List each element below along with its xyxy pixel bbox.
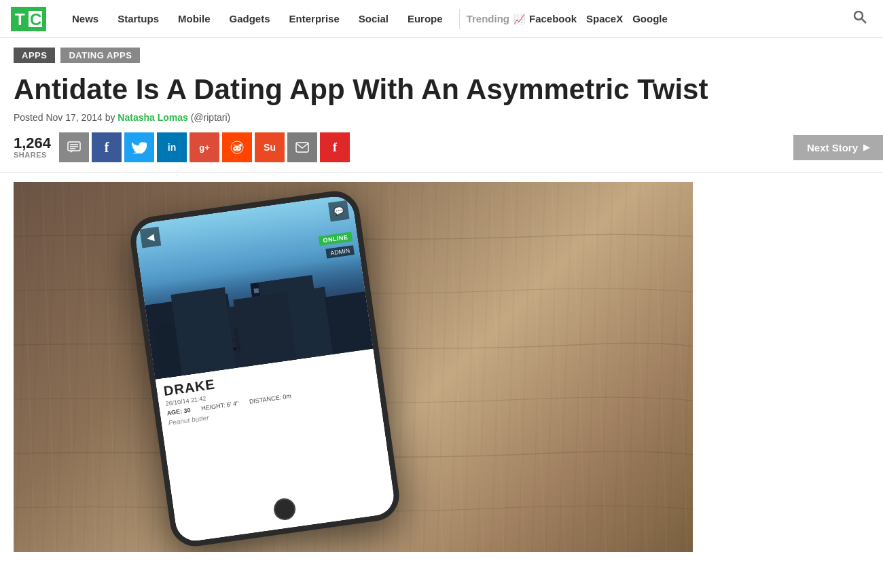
trending-facebook[interactable]: Facebook: [529, 13, 577, 24]
svg-rect-44: [217, 350, 220, 355]
phone-online-badge: ONLINE: [319, 232, 353, 246]
svg-point-14: [238, 148, 240, 149]
trending-label: Trending: [467, 13, 509, 24]
share-buttons: f in g+ Su: [59, 132, 350, 162]
nav-divider: [459, 9, 460, 29]
svg-rect-34: [267, 287, 272, 292]
phone-device: ◀ 💬 ONLINE ADMIN DRAKE 26/10/14 21:42 AG…: [128, 188, 403, 550]
phone-screen: ◀ 💬 ONLINE ADMIN DRAKE 26/10/14 21:42 AG…: [134, 194, 397, 543]
share-flipboard-button[interactable]: f: [320, 132, 350, 162]
article-meta: Posted Nov 17, 2014 by Natasha Lomas (@r…: [14, 112, 869, 123]
share-googleplus-button[interactable]: g+: [190, 132, 219, 162]
phone-scene: ◀ 💬 ONLINE ADMIN DRAKE 26/10/14 21:42 AG…: [14, 182, 693, 552]
search-button[interactable]: [848, 7, 872, 30]
svg-rect-40: [200, 345, 254, 355]
nav-startups[interactable]: Startups: [108, 13, 168, 24]
svg-point-13: [235, 148, 236, 149]
trending-spacex[interactable]: SpaceX: [586, 13, 623, 24]
site-logo[interactable]: T C: [11, 7, 46, 31]
breadcrumbs: Apps dating apps: [0, 38, 883, 69]
next-story-button[interactable]: Next Story: [793, 135, 883, 160]
stumble-icon: Su: [264, 142, 276, 153]
logo-box: T C: [11, 7, 46, 31]
share-reddit-button[interactable]: [222, 132, 252, 162]
svg-rect-37: [262, 295, 267, 301]
svg-rect-33: [260, 287, 266, 293]
phone-screen-photo: ◀ 💬 ONLINE ADMIN: [134, 194, 374, 380]
phone-age-stat: AGE: 30: [166, 407, 191, 417]
trending-icon: 📈: [513, 14, 525, 24]
nav-europe[interactable]: Europe: [398, 13, 452, 24]
svg-rect-42: [217, 340, 222, 350]
nav-mobile[interactable]: Mobile: [168, 13, 220, 24]
breadcrumb-apps[interactable]: Apps: [14, 48, 55, 63]
svg-rect-28: [204, 314, 210, 320]
svg-rect-21: [168, 323, 172, 327]
shares-label: SHARES: [14, 151, 47, 159]
flipboard-icon: f: [333, 141, 337, 155]
svg-rect-23: [191, 294, 238, 373]
svg-point-12: [233, 146, 241, 151]
nav-social[interactable]: Social: [349, 13, 398, 24]
linkedin-icon: in: [168, 142, 176, 153]
share-twitter-button[interactable]: [124, 132, 154, 162]
svg-marker-7: [71, 151, 73, 153]
svg-line-5: [862, 19, 866, 23]
trending-google[interactable]: Google: [632, 13, 668, 24]
share-comment-button[interactable]: [59, 132, 89, 162]
googleplus-icon: g+: [199, 143, 210, 153]
share-linkedin-button[interactable]: in: [157, 132, 187, 162]
svg-point-41: [213, 332, 223, 342]
svg-rect-26: [211, 302, 217, 308]
svg-text:C: C: [30, 10, 41, 29]
trending-section: Trending 📈 Facebook SpaceX Google: [467, 13, 668, 24]
article-header: Antidate Is A Dating App With An Asymmet…: [0, 69, 883, 123]
shares-number: 1,264: [14, 136, 51, 151]
svg-rect-50: [240, 346, 245, 352]
svg-text:T: T: [15, 10, 25, 29]
svg-rect-45: [220, 349, 223, 354]
svg-point-4: [854, 12, 863, 20]
phone-chat-icon: 💬: [328, 200, 350, 222]
author-handle: (@riptari): [191, 112, 231, 123]
breadcrumb-dating-apps[interactable]: dating apps: [60, 48, 140, 63]
svg-rect-35: [274, 285, 279, 291]
share-bar: 1,264 SHARES f in g+: [0, 132, 883, 172]
share-email-button[interactable]: [287, 132, 317, 162]
phone-back-arrow: ◀: [140, 227, 162, 249]
svg-rect-25: [202, 304, 209, 310]
nav-enterprise[interactable]: Enterprise: [280, 13, 349, 24]
share-facebook-button[interactable]: f: [92, 132, 122, 162]
article-title: Antidate Is A Dating App With An Asymmet…: [14, 74, 869, 105]
svg-point-46: [232, 327, 243, 337]
site-header: T C News Startups Mobile Gadgets Enterpr…: [0, 0, 883, 38]
svg-rect-32: [253, 288, 259, 293]
article-image: ◀ 💬 ONLINE ADMIN DRAKE 26/10/14 21:42 AG…: [14, 182, 693, 552]
nav-news[interactable]: News: [62, 13, 108, 24]
svg-rect-24: [194, 305, 200, 311]
svg-rect-22: [173, 322, 177, 326]
nav-gadgets[interactable]: Gadgets: [220, 13, 280, 24]
svg-rect-19: [167, 316, 171, 320]
meta-posted: Posted Nov 17, 2014 by: [14, 112, 115, 123]
svg-rect-49: [236, 347, 240, 353]
main-navigation: News Startups Mobile Gadgets Enterprise …: [62, 13, 452, 24]
share-stumble-button[interactable]: Su: [255, 132, 285, 162]
svg-rect-43: [213, 342, 224, 346]
author-link[interactable]: Natasha Lomas: [118, 112, 187, 123]
shares-count: 1,264 SHARES: [14, 136, 51, 159]
svg-rect-39: [325, 292, 373, 355]
trending-links: Facebook SpaceX Google: [529, 13, 668, 24]
svg-rect-47: [236, 337, 242, 348]
svg-rect-29: [212, 312, 218, 318]
facebook-icon: f: [105, 140, 109, 155]
svg-rect-27: [196, 314, 202, 320]
svg-rect-16: [296, 143, 308, 152]
svg-rect-20: [173, 315, 177, 319]
svg-rect-36: [255, 296, 260, 301]
